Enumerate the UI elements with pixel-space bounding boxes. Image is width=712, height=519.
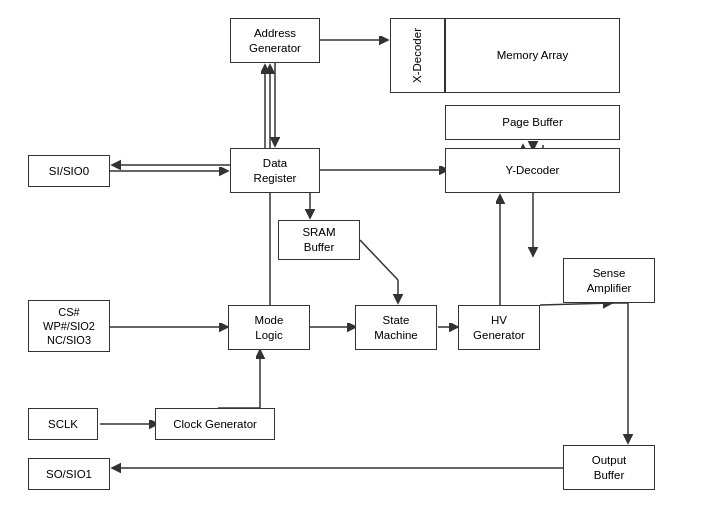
x-decoder-block: X-Decoder — [390, 18, 445, 93]
svg-line-11 — [360, 240, 398, 280]
address-generator-block: AddressGenerator — [230, 18, 320, 63]
hv-generator-block: HVGenerator — [458, 305, 540, 350]
sram-buffer-block: SRAMBuffer — [278, 220, 360, 260]
so-sio1-block: SO/SIO1 — [28, 458, 110, 490]
memory-array-block: Memory Array — [445, 18, 620, 93]
sense-amplifier-block: SenseAmplifier — [563, 258, 655, 303]
state-machine-block: StateMachine — [355, 305, 437, 350]
block-diagram: AddressGenerator X-Decoder Memory Array … — [0, 0, 712, 519]
y-decoder-block: Y-Decoder — [445, 148, 620, 193]
clock-generator-block: Clock Generator — [155, 408, 275, 440]
output-buffer-block: OutputBuffer — [563, 445, 655, 490]
sclk-block: SCLK — [28, 408, 98, 440]
data-register-block: DataRegister — [230, 148, 320, 193]
si-sio0-block: SI/SIO0 — [28, 155, 110, 187]
mode-logic-block: ModeLogic — [228, 305, 310, 350]
page-buffer-block: Page Buffer — [445, 105, 620, 140]
svg-line-16 — [540, 303, 612, 305]
cs-wp-nc-block: CS#WP#/SIO2NC/SIO3 — [28, 300, 110, 352]
